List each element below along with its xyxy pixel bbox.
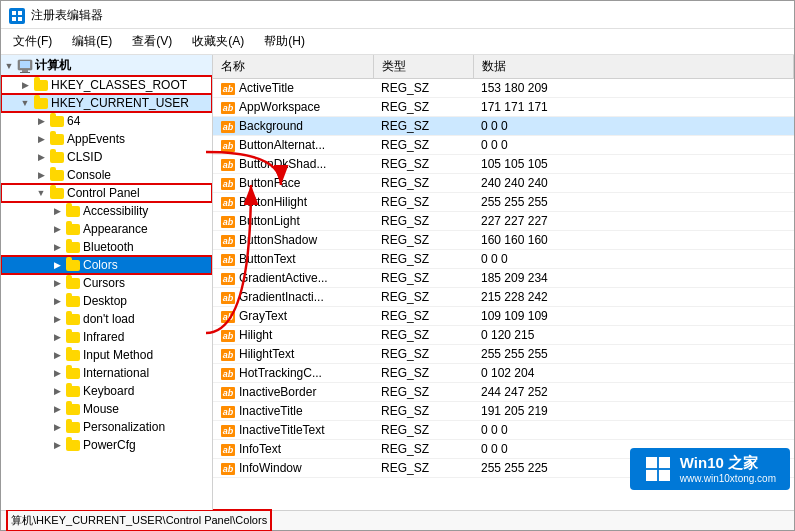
expander-64[interactable]: ▶	[33, 113, 49, 129]
menu-help[interactable]: 帮助(H)	[256, 31, 313, 52]
table-row[interactable]: abButtonDkShad...REG_SZ105 105 105	[213, 155, 794, 174]
tree-appearance[interactable]: ▶ Appearance	[1, 220, 212, 238]
table-row[interactable]: abGrayTextREG_SZ109 109 109	[213, 307, 794, 326]
col-type[interactable]: 类型	[373, 55, 473, 79]
table-row[interactable]: abGradientInacti...REG_SZ215 228 242	[213, 288, 794, 307]
table-row[interactable]: abInactiveTitleTextREG_SZ0 0 0	[213, 421, 794, 440]
tree-label-infrared: Infrared	[81, 330, 124, 344]
svg-rect-0	[12, 11, 16, 15]
cell-type: REG_SZ	[373, 345, 473, 364]
window-title: 注册表编辑器	[31, 7, 103, 24]
expander-control-panel[interactable]: ▼	[33, 185, 49, 201]
tree-desktop[interactable]: ▶ Desktop	[1, 292, 212, 310]
cell-name: abGrayText	[213, 307, 373, 326]
tree-mouse[interactable]: ▶ Mouse	[1, 400, 212, 418]
expander-appearance[interactable]: ▶	[49, 221, 65, 237]
tree-dontload[interactable]: ▶ don't load	[1, 310, 212, 328]
expander-powercfg[interactable]: ▶	[49, 437, 65, 453]
col-name[interactable]: 名称	[213, 55, 373, 79]
cell-type: REG_SZ	[373, 117, 473, 136]
folder-icon-64	[49, 113, 65, 129]
expander-mouse[interactable]: ▶	[49, 401, 65, 417]
tree-inputmethod[interactable]: ▶ Input Method	[1, 346, 212, 364]
tree-label-current-user: HKEY_CURRENT_USER	[49, 96, 189, 110]
tree-label-control-panel: Control Panel	[65, 186, 140, 200]
tree-label-desktop: Desktop	[81, 294, 127, 308]
folder-icon-console	[49, 167, 65, 183]
expander-keyboard[interactable]: ▶	[49, 383, 65, 399]
expander-colors[interactable]: ▶	[49, 257, 65, 273]
table-row[interactable]: abInactiveTitleREG_SZ191 205 219	[213, 402, 794, 421]
expander-bluetooth[interactable]: ▶	[49, 239, 65, 255]
tree-cursors[interactable]: ▶ Cursors	[1, 274, 212, 292]
svg-rect-11	[659, 470, 670, 481]
cell-type: REG_SZ	[373, 364, 473, 383]
expander-dontload[interactable]: ▶	[49, 311, 65, 327]
expander-computer[interactable]: ▼	[1, 58, 17, 74]
tree-international[interactable]: ▶ International	[1, 364, 212, 382]
table-row[interactable]: abInactiveBorderREG_SZ244 247 252	[213, 383, 794, 402]
folder-icon-bluetooth	[65, 239, 81, 255]
cell-name: abButtonFace	[213, 174, 373, 193]
cell-data: 0 120 215	[473, 326, 794, 345]
expander-inputmethod[interactable]: ▶	[49, 347, 65, 363]
table-row[interactable]: abButtonTextREG_SZ0 0 0	[213, 250, 794, 269]
tree-appevents[interactable]: ▶ AppEvents	[1, 130, 212, 148]
table-row[interactable]: abButtonAlternat...REG_SZ0 0 0	[213, 136, 794, 155]
table-row[interactable]: abBackgroundREG_SZ0 0 0	[213, 117, 794, 136]
menu-edit[interactable]: 编辑(E)	[64, 31, 120, 52]
tree-hkey-current-user[interactable]: ▼ HKEY_CURRENT_USER	[1, 94, 212, 112]
tree-keyboard[interactable]: ▶ Keyboard	[1, 382, 212, 400]
cell-data: 0 0 0	[473, 250, 794, 269]
cell-type: REG_SZ	[373, 421, 473, 440]
menu-favorites[interactable]: 收藏夹(A)	[184, 31, 252, 52]
win10-badge-label: Win10 之家	[680, 454, 776, 473]
expander-personalization[interactable]: ▶	[49, 419, 65, 435]
expander-appevents[interactable]: ▶	[33, 131, 49, 147]
tree-colors[interactable]: ▶ Colors	[1, 256, 212, 274]
expander-accessibility[interactable]: ▶	[49, 203, 65, 219]
table-row[interactable]: abButtonShadowREG_SZ160 160 160	[213, 231, 794, 250]
tree-infrared[interactable]: ▶ Infrared	[1, 328, 212, 346]
expander-current-user[interactable]: ▼	[17, 95, 33, 111]
cell-name: abActiveTitle	[213, 79, 373, 98]
expander-international[interactable]: ▶	[49, 365, 65, 381]
cell-name: abButtonShadow	[213, 231, 373, 250]
expander-classes-root[interactable]: ▶	[17, 77, 33, 93]
table-row[interactable]: abHotTrackingC...REG_SZ0 102 204	[213, 364, 794, 383]
table-row[interactable]: abGradientActive...REG_SZ185 209 234	[213, 269, 794, 288]
tree-personalization[interactable]: ▶ Personalization	[1, 418, 212, 436]
cell-type: REG_SZ	[373, 440, 473, 459]
cell-name: abInactiveTitle	[213, 402, 373, 421]
tree-clsid[interactable]: ▶ CLSID	[1, 148, 212, 166]
tree-control-panel[interactable]: ▼ Control Panel	[1, 184, 212, 202]
expander-console[interactable]: ▶	[33, 167, 49, 183]
cell-type: REG_SZ	[373, 307, 473, 326]
tree-console[interactable]: ▶ Console	[1, 166, 212, 184]
table-row[interactable]: abActiveTitleREG_SZ153 180 209	[213, 79, 794, 98]
tree-label-appevents: AppEvents	[65, 132, 125, 146]
tree-root-computer[interactable]: ▼ 计算机	[1, 55, 212, 76]
table-row[interactable]: abButtonLightREG_SZ227 227 227	[213, 212, 794, 231]
table-row[interactable]: abAppWorkspaceREG_SZ171 171 171	[213, 98, 794, 117]
table-row[interactable]: abButtonHilightREG_SZ255 255 255	[213, 193, 794, 212]
table-row[interactable]: abHilightTextREG_SZ255 255 255	[213, 345, 794, 364]
cell-name: abButtonAlternat...	[213, 136, 373, 155]
table-row[interactable]: abHilightREG_SZ0 120 215	[213, 326, 794, 345]
menu-file[interactable]: 文件(F)	[5, 31, 60, 52]
expander-clsid[interactable]: ▶	[33, 149, 49, 165]
tree-64[interactable]: ▶ 64	[1, 112, 212, 130]
expander-infrared[interactable]: ▶	[49, 329, 65, 345]
expander-desktop[interactable]: ▶	[49, 293, 65, 309]
menu-view[interactable]: 查看(V)	[124, 31, 180, 52]
cell-name: abGradientActive...	[213, 269, 373, 288]
table-row[interactable]: abButtonFaceREG_SZ240 240 240	[213, 174, 794, 193]
tree-accessibility[interactable]: ▶ Accessibility	[1, 202, 212, 220]
win10-badge-url: www.win10xtong.com	[680, 473, 776, 484]
tree-powercfg[interactable]: ▶ PowerCfg	[1, 436, 212, 454]
col-data[interactable]: 数据	[473, 55, 794, 79]
tree-hkey-classes-root[interactable]: ▶ HKEY_CLASSES_ROOT	[1, 76, 212, 94]
expander-cursors[interactable]: ▶	[49, 275, 65, 291]
tree-label-classes-root: HKEY_CLASSES_ROOT	[49, 78, 187, 92]
tree-bluetooth[interactable]: ▶ Bluetooth	[1, 238, 212, 256]
